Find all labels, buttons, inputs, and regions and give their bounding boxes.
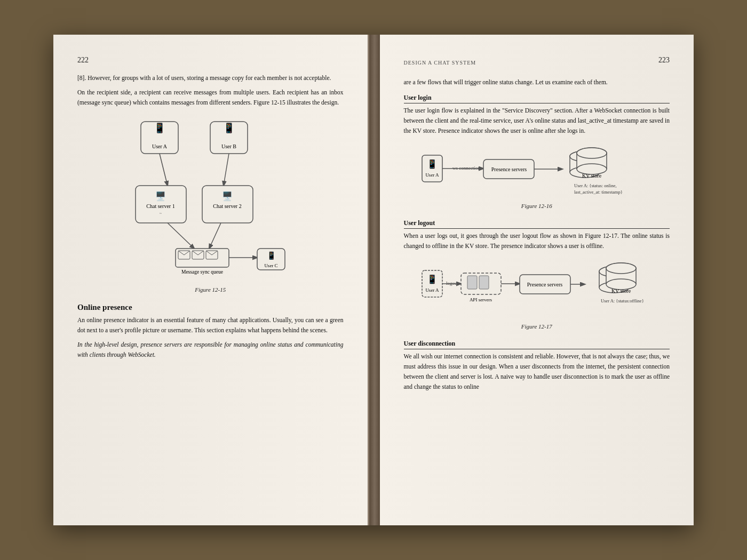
svg-text:User A: {status: online,: User A: {status: online, bbox=[574, 183, 617, 188]
svg-text:📱: 📱 bbox=[267, 251, 276, 260]
svg-text:Presence servers: Presence servers bbox=[527, 282, 562, 287]
fig17-svg: 📱 User A logout API servers Presence ser… bbox=[419, 260, 654, 318]
svg-text:📱: 📱 bbox=[427, 274, 438, 284]
left-p3: An online presence indicator is an essen… bbox=[77, 315, 344, 335]
left-page-number: 222 bbox=[77, 56, 344, 65]
svg-text:📱: 📱 bbox=[427, 159, 438, 169]
svg-text:User C: User C bbox=[265, 263, 278, 268]
svg-text:last_active_at: timestamp}: last_active_at: timestamp} bbox=[574, 189, 623, 195]
svg-text:ws connection: ws connection bbox=[452, 165, 480, 171]
fig15-caption: Figure 12-15 bbox=[77, 285, 344, 294]
svg-line-16 bbox=[209, 223, 221, 249]
right-p2: The user login flow is explained in the … bbox=[404, 106, 670, 136]
svg-point-51 bbox=[577, 148, 607, 158]
figure-12-17: 📱 User A logout API servers Presence ser… bbox=[404, 260, 670, 331]
svg-text:🖥️: 🖥️ bbox=[155, 191, 166, 201]
right-page-number: 223 bbox=[658, 56, 670, 65]
fig15-svg: 📱 User A 📱 User B 🖥️ Chat server 1 ~ 🖥️ bbox=[125, 116, 296, 282]
book-spine bbox=[369, 35, 380, 525]
user-logout-title: User logout bbox=[404, 219, 670, 229]
left-page: 222 [8]. However, for groups with a lot … bbox=[53, 35, 369, 525]
svg-text:logout: logout bbox=[446, 281, 459, 286]
svg-rect-62 bbox=[479, 276, 489, 289]
svg-text:~: ~ bbox=[160, 211, 162, 216]
right-p3: When a user logs out, it goes through th… bbox=[404, 231, 670, 251]
fig16-svg: 📱 User A ws connection Presence servers bbox=[419, 145, 654, 198]
right-p1: are a few flows that will trigger online… bbox=[404, 77, 670, 87]
svg-text:📱: 📱 bbox=[223, 122, 235, 134]
left-p2: On the recipient side, a recipient can r… bbox=[77, 87, 344, 108]
svg-line-6 bbox=[160, 154, 168, 186]
svg-line-7 bbox=[224, 154, 229, 186]
user-disconnect-title: User disconnection bbox=[404, 340, 670, 349]
svg-text:Presence servers: Presence servers bbox=[491, 166, 527, 172]
svg-text:KV store: KV store bbox=[582, 173, 602, 179]
right-page: DESIGN A CHAT SYSTEM 223 are a few flows… bbox=[380, 35, 694, 525]
right-chapter-header: DESIGN A CHAT SYSTEM bbox=[404, 60, 476, 66]
left-p4: In the high-level design, presence serve… bbox=[77, 340, 344, 360]
svg-text:Message sync queue: Message sync queue bbox=[181, 269, 223, 275]
svg-line-15 bbox=[168, 223, 194, 249]
svg-text:User A: User A bbox=[425, 287, 439, 293]
svg-rect-61 bbox=[467, 276, 477, 289]
svg-text:API servers: API servers bbox=[470, 297, 492, 302]
svg-text:🖥️: 🖥️ bbox=[222, 191, 233, 201]
right-p4: We all wish our internet connection is c… bbox=[404, 351, 670, 392]
fig17-caption: Figure 12-17 bbox=[404, 322, 670, 331]
svg-text:KV store: KV store bbox=[611, 288, 631, 294]
figure-12-16: 📱 User A ws connection Presence servers bbox=[404, 145, 670, 211]
left-p1: [8]. However, for groups with a lot of u… bbox=[77, 73, 344, 83]
svg-text:📱: 📱 bbox=[154, 122, 166, 134]
figure-12-15: 📱 User A 📱 User B 🖥️ Chat server 1 ~ 🖥️ bbox=[77, 116, 344, 294]
svg-text:Chat server 1: Chat server 1 bbox=[147, 203, 175, 209]
svg-text:User A: User A bbox=[425, 172, 439, 178]
fig16-caption: Figure 12-16 bbox=[404, 201, 670, 211]
book: 222 [8]. However, for groups with a lot … bbox=[53, 35, 694, 525]
svg-text:User A: {status:offline}: User A: {status:offline} bbox=[601, 298, 644, 303]
section-online-presence: Online presence bbox=[77, 303, 344, 312]
user-login-title: User login bbox=[404, 94, 670, 103]
svg-point-79 bbox=[606, 263, 636, 274]
svg-text:User A: User A bbox=[152, 143, 168, 149]
svg-text:User B: User B bbox=[221, 143, 236, 149]
svg-text:Chat server 2: Chat server 2 bbox=[213, 203, 242, 209]
